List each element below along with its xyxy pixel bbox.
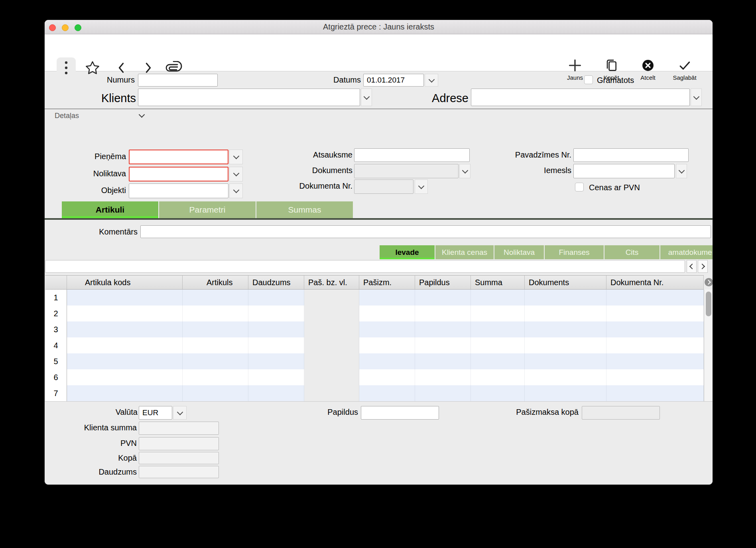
dokuments-dropdown-button[interactable]	[459, 164, 471, 178]
table-cell[interactable]	[183, 353, 248, 369]
table-cell[interactable]	[606, 306, 704, 321]
table-cell[interactable]	[525, 321, 606, 337]
table-cell[interactable]	[304, 353, 359, 369]
favorite-star-icon[interactable]	[85, 59, 100, 77]
table-cell[interactable]	[606, 369, 704, 385]
table-cell[interactable]	[248, 290, 304, 306]
table-cell[interactable]	[248, 321, 304, 337]
table-cell[interactable]	[183, 337, 248, 353]
row-number-cell[interactable]: 1	[45, 290, 67, 306]
table-cell[interactable]	[525, 337, 606, 353]
column-header[interactable]: Papildus	[415, 276, 471, 289]
table-cell[interactable]	[248, 353, 304, 369]
noliktava-dropdown-button[interactable]	[229, 167, 243, 181]
table-cell[interactable]	[248, 369, 304, 385]
table-cell[interactable]	[606, 353, 704, 369]
table-cell[interactable]	[606, 290, 704, 306]
pienema-input[interactable]	[129, 150, 228, 164]
table-cell[interactable]	[415, 321, 471, 337]
dokumenta-nr-dropdown-button[interactable]	[415, 179, 428, 194]
table-cell[interactable]	[471, 385, 525, 401]
column-header[interactable]: Summa	[471, 276, 525, 289]
row-number-cell[interactable]: 2	[45, 306, 67, 321]
adrese-dropdown-button[interactable]	[691, 89, 702, 106]
table-cell[interactable]	[67, 369, 183, 385]
matrix-entry-input[interactable]	[45, 260, 685, 273]
row-number-cell[interactable]: 7	[45, 385, 67, 401]
table-cell[interactable]	[525, 306, 606, 321]
cenas-ar-pvn-checkbox[interactable]	[575, 183, 584, 191]
klients-dropdown-button[interactable]	[361, 89, 372, 106]
row-number-cell[interactable]: 4	[45, 337, 67, 353]
klients-input[interactable]	[138, 89, 360, 106]
column-scroll-right-button[interactable]	[705, 278, 713, 286]
subtab-noliktava[interactable]: Noliktava	[494, 245, 544, 259]
table-cell[interactable]	[471, 369, 525, 385]
table-cell[interactable]	[415, 290, 471, 306]
table-cell[interactable]	[359, 290, 415, 306]
table-cell[interactable]	[471, 290, 525, 306]
table-cell[interactable]	[525, 353, 606, 369]
kebab-menu-icon[interactable]	[58, 59, 74, 77]
table-cell[interactable]	[304, 321, 359, 337]
table-cell[interactable]	[67, 385, 183, 401]
table-cell[interactable]	[67, 321, 183, 337]
table-cell[interactable]	[525, 369, 606, 385]
vertical-scrollbar[interactable]	[704, 290, 713, 401]
table-cell[interactable]	[471, 353, 525, 369]
matrix-scroll-right-button[interactable]	[698, 260, 708, 273]
column-header[interactable]: Artikuls	[183, 276, 248, 289]
table-cell[interactable]	[67, 290, 183, 306]
numurs-input[interactable]	[138, 74, 218, 87]
scrollbar-thumb[interactable]	[706, 292, 711, 316]
table-cell[interactable]	[359, 369, 415, 385]
papildus-footer-input[interactable]	[361, 406, 439, 420]
objekti-dropdown-button[interactable]	[229, 183, 243, 198]
table-cell[interactable]	[67, 353, 183, 369]
pavadzimes-nr-input[interactable]	[573, 148, 689, 162]
table-cell[interactable]	[471, 321, 525, 337]
tab-summas[interactable]: Summas	[256, 201, 353, 218]
row-number-cell[interactable]: 3	[45, 321, 67, 337]
column-header[interactable]: Dokuments	[525, 276, 606, 289]
table-cell[interactable]	[415, 306, 471, 321]
table-cell[interactable]	[304, 369, 359, 385]
datums-input[interactable]	[363, 74, 424, 87]
table-cell[interactable]	[359, 321, 415, 337]
back-icon[interactable]	[113, 59, 129, 77]
table-cell[interactable]	[304, 306, 359, 321]
matrix-scroll-left-button[interactable]	[687, 260, 697, 273]
subtab-pamatdokumenti[interactable]: amatdokumen	[660, 245, 713, 259]
subtab-cits[interactable]: Cits	[604, 245, 660, 259]
table-cell[interactable]	[359, 306, 415, 321]
column-header[interactable]: Artikula kods	[67, 276, 183, 289]
table-cell[interactable]	[304, 290, 359, 306]
column-header[interactable]: Daudzums	[248, 276, 304, 289]
table-cell[interactable]	[415, 337, 471, 353]
detalas-collapse-chevron-icon[interactable]	[139, 112, 145, 118]
column-header[interactable]: Pašizm.	[359, 276, 415, 289]
table-cell[interactable]	[304, 337, 359, 353]
objekti-input[interactable]	[129, 183, 228, 198]
table-cell[interactable]	[183, 306, 248, 321]
table-cell[interactable]	[606, 385, 704, 401]
table-cell[interactable]	[359, 353, 415, 369]
datums-dropdown-button[interactable]	[425, 74, 438, 87]
tab-artikuli[interactable]: Artikuli	[62, 201, 158, 218]
table-cell[interactable]	[248, 385, 304, 401]
table-cell[interactable]	[471, 337, 525, 353]
atsauksme-input[interactable]	[354, 148, 470, 162]
table-cell[interactable]	[525, 385, 606, 401]
adrese-input[interactable]	[471, 89, 690, 106]
table-cell[interactable]	[606, 321, 704, 337]
table-cell[interactable]	[183, 385, 248, 401]
table-cell[interactable]	[415, 369, 471, 385]
table-cell[interactable]	[183, 369, 248, 385]
subtab-ievade[interactable]: Ievade	[380, 245, 435, 259]
table-cell[interactable]	[67, 306, 183, 321]
table-cell[interactable]	[471, 306, 525, 321]
table-cell[interactable]	[183, 290, 248, 306]
tab-parametri[interactable]: Parametri	[159, 201, 256, 218]
table-cell[interactable]	[415, 385, 471, 401]
table-cell[interactable]	[525, 290, 606, 306]
